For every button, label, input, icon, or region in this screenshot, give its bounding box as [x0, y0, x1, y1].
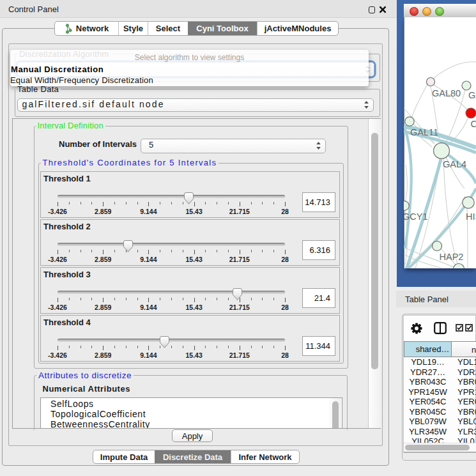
- svg-text:HIS4: HIS4: [466, 211, 476, 222]
- svg-text:GAL1: GAL1: [468, 90, 476, 100]
- svg-text:CYC8: CYC8: [471, 119, 476, 129]
- svg-text:GAL80: GAL80: [432, 88, 461, 98]
- svg-text:GAL11: GAL11: [410, 127, 438, 137]
- svg-text:GAL4: GAL4: [443, 159, 466, 169]
- svg-text:HAP2: HAP2: [440, 252, 464, 262]
- svg-text:GCY1: GCY1: [404, 211, 428, 222]
